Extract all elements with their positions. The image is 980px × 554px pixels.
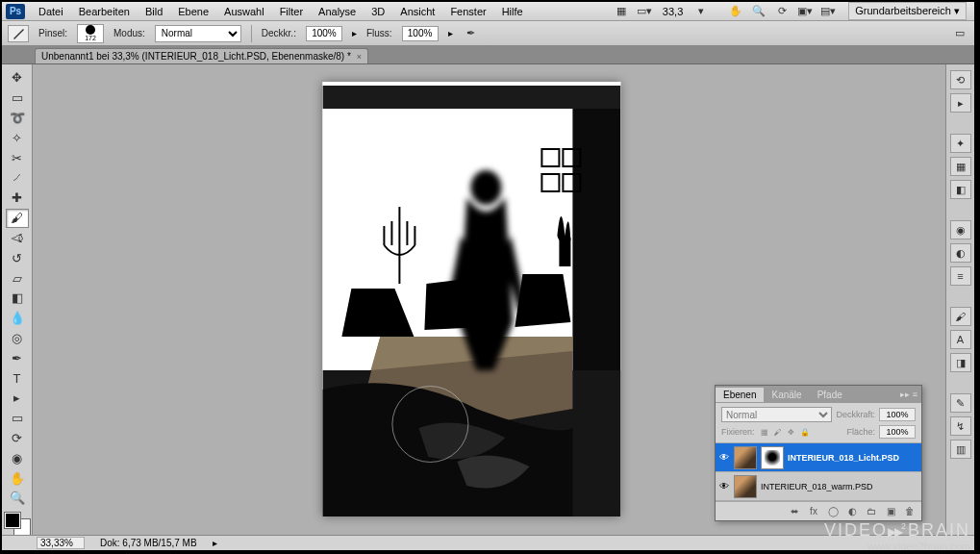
paths-panel-icon[interactable]: ✎ — [950, 393, 971, 413]
color-panel-icon[interactable]: ◧ — [950, 180, 971, 199]
layer-name[interactable]: INTERIEUR_018_warm.PSD — [761, 482, 918, 491]
layer-thumbnail[interactable] — [734, 446, 757, 469]
panel-toggle-icon[interactable]: ▭ — [951, 27, 968, 40]
adjustments-panel-icon[interactable]: ◐ — [950, 243, 971, 263]
swatches-panel-icon[interactable]: ▦ — [950, 157, 971, 176]
foreground-color[interactable] — [5, 513, 20, 528]
flow-input[interactable] — [402, 26, 439, 41]
heal-tool-icon[interactable]: ✚ — [6, 189, 29, 208]
extras-icon[interactable]: ▤▾ — [819, 5, 837, 18]
hand-tool-icon[interactable]: ✋ — [6, 468, 29, 488]
opacity-chevron-icon[interactable]: ▸ — [352, 28, 357, 38]
channels-panel-icon[interactable]: ≡ — [950, 266, 971, 286]
zoom-icon[interactable]: 🔍 — [750, 5, 767, 18]
lock-position-icon[interactable]: ✥ — [786, 426, 797, 438]
screenmode-icon[interactable]: ▣▾ — [796, 5, 814, 18]
delete-layer-icon[interactable]: 🗑 — [902, 505, 917, 518]
layers-panel[interactable]: Ebenen Kanäle Pfade ▸▸ ≡ Normal Deckkraf… — [715, 385, 922, 521]
history-panel-icon[interactable]: ⟲ — [950, 70, 971, 89]
lasso-tool-icon[interactable]: ➰ — [6, 109, 29, 128]
dodge-tool-icon[interactable]: ◎ — [6, 329, 29, 348]
type-tool-icon[interactable]: T — [6, 368, 29, 388]
gradient-tool-icon[interactable]: ◧ — [6, 289, 29, 308]
brush-preset-picker[interactable]: 172 — [77, 24, 104, 43]
new-layer-icon[interactable]: ▣ — [883, 505, 898, 518]
layer-name[interactable]: INTERIEUR_018_Licht.PSD — [788, 453, 918, 463]
info-panel-icon[interactable]: ◨ — [950, 353, 971, 372]
menu-layer[interactable]: Ebene — [170, 4, 216, 19]
layer-mask-icon[interactable]: ◯ — [825, 505, 841, 518]
blur-tool-icon[interactable]: 💧 — [6, 309, 29, 328]
status-zoom[interactable]: 33,33% — [37, 537, 85, 549]
airbrush-icon[interactable]: ✒ — [463, 27, 480, 40]
adjustment-layer-icon[interactable]: ◐ — [844, 505, 860, 518]
eyedropper-tool-icon[interactable]: ⟋ — [6, 168, 29, 188]
document-canvas[interactable] — [322, 82, 620, 516]
tab-paths[interactable]: Pfade — [810, 388, 850, 402]
menu-file[interactable]: Datei — [31, 4, 71, 19]
character-panel-icon[interactable]: A — [950, 330, 971, 349]
group-icon[interactable]: 🗀 — [864, 505, 879, 518]
crop-tool-icon[interactable]: ✂ — [6, 148, 29, 167]
lock-pixels-icon[interactable]: 🖌 — [772, 426, 784, 438]
pen-tool-icon[interactable]: ✒ — [6, 348, 29, 367]
fill-input[interactable] — [879, 425, 916, 439]
3d-camera-tool-icon[interactable]: ◉ — [6, 448, 29, 467]
menu-edit[interactable]: Bearbeiten — [71, 4, 138, 19]
navigator-panel-icon[interactable]: ✦ — [950, 134, 971, 153]
color-swatches[interactable] — [5, 513, 30, 535]
brush-tool-icon[interactable]: 🖌 — [6, 209, 29, 228]
blend-mode-select[interactable]: Normal — [155, 25, 241, 42]
visibility-toggle-icon[interactable]: 👁 — [718, 481, 730, 491]
layer-opacity-input[interactable] — [879, 408, 916, 421]
workspace-selector[interactable]: Grundarbeitsbereich ▾ — [848, 2, 967, 20]
layers-dock-icon[interactable]: ▥ — [950, 440, 971, 459]
actions-panel-icon[interactable]: ▸ — [950, 93, 971, 113]
visibility-toggle-icon[interactable]: 👁 — [718, 452, 730, 463]
zoom-level-text[interactable]: 33,3 — [659, 6, 687, 17]
layer-style-icon[interactable]: fx — [806, 505, 821, 518]
close-tab-icon[interactable]: × — [357, 52, 362, 62]
panel-menu-icon[interactable]: ▸▸ ≡ — [896, 390, 921, 399]
hand-icon[interactable]: ✋ — [727, 5, 744, 18]
status-doc-info[interactable]: Dok: 6,73 MB/15,7 MB — [100, 538, 197, 548]
3d-tool-icon[interactable]: ⟳ — [6, 429, 29, 448]
eraser-tool-icon[interactable]: ▱ — [6, 268, 29, 288]
lock-all-icon[interactable]: 🔒 — [799, 426, 811, 438]
clone-panel-icon[interactable]: ↯ — [950, 416, 971, 436]
rotate-icon[interactable]: ⟳ — [773, 5, 791, 18]
menu-analysis[interactable]: Analyse — [311, 4, 364, 19]
chevron-down-icon[interactable]: ▾ — [692, 5, 710, 18]
layer-row[interactable]: 👁 INTERIEUR_018_warm.PSD — [716, 472, 921, 501]
flow-chevron-icon[interactable]: ▸ — [448, 28, 453, 38]
menu-help[interactable]: Hilfe — [494, 4, 531, 19]
arrange-docs-icon[interactable]: ▭▾ — [636, 5, 653, 18]
styles-panel-icon[interactable]: ◉ — [950, 220, 971, 239]
menu-view[interactable]: Ansicht — [392, 4, 442, 19]
status-chevron-icon[interactable]: ▸ — [213, 538, 217, 548]
menu-image[interactable]: Bild — [138, 4, 170, 19]
link-layers-icon[interactable]: ⬌ — [787, 505, 802, 518]
layer-row[interactable]: 👁 INTERIEUR_018_Licht.PSD — [716, 443, 921, 472]
menu-select[interactable]: Auswahl — [216, 4, 272, 19]
lock-transparency-icon[interactable]: ▦ — [759, 426, 770, 438]
stamp-tool-icon[interactable]: ⏿ — [6, 229, 29, 248]
menu-filter[interactable]: Filter — [272, 4, 311, 19]
bridge-icon[interactable]: ▦ — [613, 5, 630, 18]
marquee-tool-icon[interactable]: ▭ — [6, 88, 29, 108]
app-logo[interactable]: Ps — [6, 4, 25, 19]
current-tool-icon[interactable] — [8, 25, 29, 42]
layer-thumbnail[interactable] — [734, 475, 757, 498]
opacity-input[interactable] — [306, 26, 342, 41]
wand-tool-icon[interactable]: ✧ — [6, 128, 29, 147]
layer-blend-mode-select[interactable]: Normal — [721, 407, 832, 422]
layer-mask-thumbnail[interactable] — [761, 446, 784, 469]
tab-channels[interactable]: Kanäle — [764, 388, 809, 402]
document-tab[interactable]: Unbenannt1 bei 33,3% (INTERIEUR_018_Lich… — [35, 48, 368, 63]
brushes-panel-icon[interactable]: 🖌 — [950, 307, 971, 326]
path-select-tool-icon[interactable]: ▸ — [6, 389, 29, 408]
tab-layers[interactable]: Ebenen — [716, 388, 764, 402]
move-tool-icon[interactable]: ✥ — [6, 68, 29, 88]
shape-tool-icon[interactable]: ▭ — [6, 409, 29, 428]
zoom-tool-icon[interactable]: 🔍 — [6, 489, 29, 508]
